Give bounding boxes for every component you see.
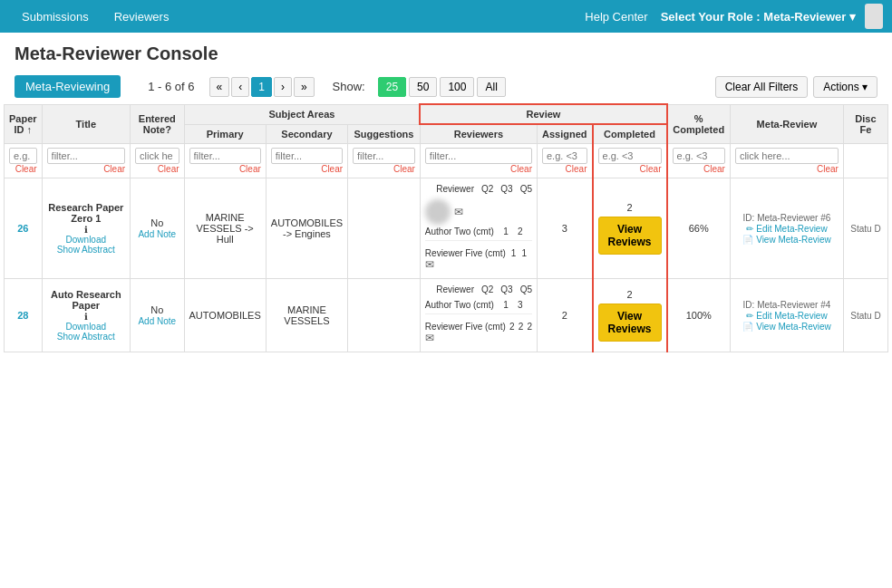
col-header-assigned: Assigned [538,124,593,144]
status-value-28: Statu D [850,311,880,321]
info-icon-28: ℹ [84,312,88,322]
filter-reviewers[interactable]: Clear [420,144,537,178]
edit-icon-26: ✏ [746,224,753,234]
filter-title-clear[interactable]: Clear [47,164,125,174]
col-header-disc: Disc Fe [843,104,887,144]
reviewer-five-26: Reviewer Five (cmt) 1 1 ✉ [425,241,532,275]
filter-completed-clear[interactable]: Clear [598,164,662,174]
pag-next[interactable]: › [274,77,292,97]
meta-reviewer-id-26: ID: Meta-Reviewer #6 [735,213,839,223]
filter-secondary[interactable]: Clear [266,144,347,178]
reviewers-inner-28: Reviewer Q2 Q3 Q5 Author Two (cmt) 1 3 [425,283,532,348]
show-abstract-link-26[interactable]: Show Abstract [47,245,125,255]
nav-help-center[interactable]: Help Center [572,10,660,24]
pag-last[interactable]: » [294,77,315,97]
pct-value-26: 66% [689,223,709,234]
filter-pct-clear[interactable]: Clear [673,164,725,174]
show-abstract-link-28[interactable]: Show Abstract [47,332,125,342]
show-25[interactable]: 25 [378,77,406,97]
pag-current[interactable]: 1 [251,77,272,97]
filter-pct[interactable]: Clear [667,144,731,178]
filter-primary-clear[interactable]: Clear [189,164,261,174]
col-header-meta-review: Meta-Review [730,104,843,144]
filter-paper-id-clear[interactable]: Clear [9,164,37,174]
group-header-review: Review [420,104,666,124]
pagination-info: 1 - 6 of 6 [148,80,194,93]
view-meta-review-link-28[interactable]: View Meta-Review [756,322,831,332]
filter-meta-review-clear[interactable]: Clear [735,164,839,174]
filter-assigned-clear[interactable]: Clear [542,164,587,174]
filter-meta-review[interactable]: Clear [730,144,843,178]
cell-secondary-28: MARINE VESSELS [266,279,347,352]
paper-id-link-26[interactable]: 26 [17,223,28,234]
view-reviews-button-26[interactable]: View Reviews [598,217,662,255]
cell-meta-review-28: ID: Meta-Reviewer #4 ✏ Edit Meta-Review … [730,279,843,352]
edit-meta-review-link-26[interactable]: Edit Meta-Review [756,224,827,234]
paper-id-link-28[interactable]: 28 [17,310,28,321]
filter-assigned-input[interactable] [542,148,587,164]
view-reviews-button-28[interactable]: View Reviews [598,304,662,342]
cell-status-28: Statu D [843,279,887,352]
filter-title-input[interactable] [47,148,125,164]
show-50[interactable]: 50 [409,77,437,97]
filter-completed-input[interactable] [598,148,662,164]
view-meta-review-link-26[interactable]: View Meta-Review [756,235,831,245]
page-title: Meta-Reviewer Console [15,43,877,64]
filter-disc [843,144,887,178]
filter-paper-id-input[interactable] [9,148,37,164]
filter-suggestions-input[interactable] [353,148,415,164]
show-all[interactable]: All [477,77,505,97]
paper-title-28: Auto Research Paper [47,289,125,311]
filter-secondary-clear[interactable]: Clear [271,164,343,174]
filter-assigned[interactable]: Clear [538,144,593,178]
filter-completed[interactable]: Clear [593,144,667,178]
download-link-26[interactable]: Download [47,235,125,245]
cell-pct-28: 100% [667,279,731,352]
filter-secondary-input[interactable] [271,148,343,164]
add-note-link-28[interactable]: Add Note [138,316,176,326]
download-link-28[interactable]: Download [47,322,125,332]
filter-title[interactable]: Clear [42,144,130,178]
add-note-link-26[interactable]: Add Note [138,229,176,239]
avatar-author-26 [425,199,451,225]
reviewer-five-28: Reviewer Five (cmt) 2 2 2 ✉ [425,314,532,348]
cell-assigned-26: 3 [538,178,593,279]
reviewer-label-header-28: Reviewer [436,284,474,294]
meta-reviewer-id-28: ID: Meta-Reviewer #4 [735,300,839,310]
filter-primary[interactable]: Clear [184,144,266,178]
assigned-value-26: 3 [562,223,567,234]
pag-first[interactable]: « [209,77,230,97]
filter-suggestions-clear[interactable]: Clear [353,164,415,174]
nav-reviewers[interactable]: Reviewers [102,10,182,24]
show-100[interactable]: 100 [440,77,474,97]
entered-note-value-26: No [135,217,179,228]
col-header-primary: Primary [184,124,266,144]
assigned-value-28: 2 [562,310,567,321]
filter-entered-note-clear[interactable]: Clear [135,164,179,174]
view-icon-28: 📄 [742,322,753,332]
col-header-pct: % Completed [667,104,731,144]
cell-primary-26: MARINE VESSELS -> Hull [184,178,266,279]
filter-paper-id[interactable]: Clear [5,144,43,178]
filter-suggestions[interactable]: Clear [348,144,421,178]
clear-filters-button[interactable]: Clear All Filters [715,76,809,98]
pag-prev[interactable]: ‹ [231,77,249,97]
edit-meta-review-link-28[interactable]: Edit Meta-Review [756,311,827,321]
col-header-entered-note: Entered Note? [131,104,184,144]
tab-meta-reviewing[interactable]: Meta-Reviewing [15,75,121,98]
filter-entered-note-input[interactable] [135,148,179,164]
page-header: Meta-Reviewer Console [0,33,892,70]
filter-reviewers-clear[interactable]: Clear [425,164,532,174]
filter-meta-review-input[interactable] [735,148,839,164]
filter-primary-input[interactable] [189,148,261,164]
table-row: 26 Research Paper Zero 1 ℹ Download Show… [5,178,888,279]
user-button[interactable] [865,4,883,29]
filter-entered-note[interactable]: Clear [131,144,184,178]
paper-title-26: Research Paper Zero 1 [47,202,125,224]
filter-pct-input[interactable] [673,148,725,164]
actions-button[interactable]: Actions ▾ [813,76,877,98]
primary-value-28: AUTOMOBILES [189,310,261,321]
filter-reviewers-input[interactable] [425,148,532,164]
nav-submissions[interactable]: Submissions [9,10,102,24]
role-dropdown[interactable]: Meta-Reviewer ▾ [763,10,856,24]
